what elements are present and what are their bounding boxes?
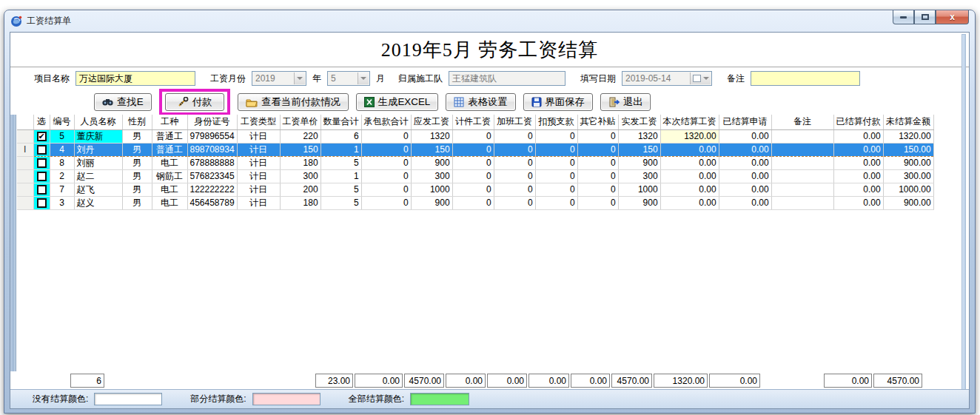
legend-full-label: 全部结算颜色: [349,393,404,405]
none-color-swatch [94,393,162,405]
grid-cell-note [771,196,833,209]
total-cell-advance: 0.00 [528,371,570,389]
total-cell-contract: 0.00 [354,371,403,389]
total-value-contract: 0.00 [355,374,403,388]
month-select[interactable]: 5 [327,71,370,86]
column-header-price[interactable]: 工资单价 [280,115,320,129]
grid-cell-overtime: 0 [494,183,535,196]
grid-cell-wtype: 计日 [237,169,280,183]
grid-cell-qty: 5 [320,183,361,196]
grid-cell-settle: 0.00 [660,169,719,183]
grid-cell-piece: 0 [452,156,494,169]
grid-cell-settle: 0.00 [660,143,719,156]
grid-cell-unsettled: 900.00 [883,156,933,169]
note-input[interactable] [751,71,860,86]
total-cell-payable: 4570.00 [403,371,445,389]
table-settings-button[interactable]: 表格设置 [446,93,515,111]
total-value-overtime: 0.00 [487,374,527,388]
total-value-settle: 1320.00 [654,374,708,388]
calendar-icon [690,72,711,84]
grid-cell-piece: 0 [452,129,494,143]
total-cell-actual: 4570.00 [611,371,653,389]
table-row[interactable]: ✔5董庆新男普通工979896554计日22060132000001320132… [17,129,933,143]
table-row[interactable]: 2赵二男钢筋工576823345计日3001030000003000.000.0… [17,169,933,183]
project-name-label: 项目名称 [34,72,70,85]
grid-cell-job: 电工 [152,183,187,196]
grid-cell-price: 150 [280,143,320,156]
total-cell-qty: 23.00 [315,371,354,389]
column-header-qty[interactable]: 数量合计 [320,115,361,129]
total-cell-job [152,371,187,389]
column-header-contract[interactable]: 承包款合计 [361,115,411,129]
table-row[interactable]: 3赵义男电工456458789计日1805090000009000.000.00… [17,196,933,209]
grid-cell-piece: 0 [452,169,494,183]
column-header-note[interactable]: 备注 [771,115,833,129]
total-cell-idno [187,371,232,389]
project-name-input[interactable]: 万达国际大厦 [75,71,195,86]
row-checkbox[interactable] [33,169,50,183]
table-row[interactable]: 7赵飞男电工122222222计日200501000000010000.000.… [17,183,933,196]
grid-cell-name: 赵义 [74,196,122,209]
close-button[interactable]: x [936,10,969,24]
month-suffix-label: 月 [376,72,385,85]
grid-cell-settle: 0.00 [660,156,719,169]
view-payment-button[interactable]: 查看当前付款情况 [238,93,349,111]
column-header-unsettled[interactable]: 未结算金额 [883,115,933,129]
grid-cell-payable: 1000 [411,183,452,196]
row-checkbox[interactable] [33,156,50,169]
column-header-idno[interactable]: 身份证号 [187,115,237,129]
maximize-button[interactable] [914,10,936,24]
exit-button[interactable]: 退出 [600,93,651,111]
save-ui-button[interactable]: 界面保存 [523,93,593,111]
column-header-wtype[interactable]: 工资类型 [237,115,280,129]
minimize-button[interactable] [893,10,914,24]
grid-cell-qty: 5 [320,196,361,209]
grid-cell-applied: 0.00 [719,156,771,169]
row-indicator [17,196,33,209]
column-header-job[interactable]: 工种 [152,115,187,129]
total-cell-wtype [232,371,275,389]
column-header-overtime[interactable]: 加班工资 [494,115,535,129]
column-header-settle[interactable]: 本次结算工资 [660,115,719,129]
grid-cell-name: 赵二 [74,169,122,183]
total-cell-price [275,371,315,389]
column-header-no[interactable]: 编号 [50,115,74,129]
column-header-subsidy[interactable]: 其它补贴 [577,115,618,129]
grid-cell-actual: 900 [618,156,660,169]
row-checkbox[interactable]: ✔ [33,143,50,156]
column-header-sex[interactable]: 性别 [122,115,152,129]
table-row[interactable]: I✔4刘丹男普通工898708934计日1501015000001500.000… [17,143,933,156]
app-icon [10,15,23,27]
pay-button[interactable]: 付款 [165,93,225,111]
grid-cell-advance: 0 [535,183,577,196]
date-picker[interactable]: 2019-05-14 [622,71,712,86]
column-header-sel[interactable]: 选 [33,115,50,129]
grid-cell-price: 200 [280,183,320,196]
table-row[interactable]: 8刘丽男电工678888888计日1805090000009000.000.00… [17,156,933,169]
column-header-piece[interactable]: 计件工资 [452,115,494,129]
column-header-paid[interactable]: 已结算付款 [833,115,883,129]
find-button[interactable]: 查找E [94,93,152,111]
row-checkbox[interactable] [33,183,50,196]
row-checkbox[interactable] [33,196,50,209]
column-header-name[interactable]: 人员名称 [74,115,122,129]
grid-cell-price: 220 [280,129,320,143]
excel-button[interactable]: 生成EXCEL [356,93,438,111]
column-header-actual[interactable]: 实发工资 [618,115,660,129]
year-select[interactable]: 2019 [252,71,306,86]
column-header-payable[interactable]: 应发工资 [411,115,452,129]
grid-cell-note [771,143,833,156]
grid-cell-payable: 300 [411,169,452,183]
grid-right-strip [961,34,966,409]
note-label: 备注 [727,72,745,85]
checkbox-checked-icon: ✔ [37,132,47,141]
titlebar[interactable]: 工资结算单 x [4,10,975,31]
column-header-advance[interactable]: 扣预支款 [535,115,577,129]
column-header-applied[interactable]: 已结算申请 [719,115,771,129]
total-cell-settle: 1320.00 [653,371,708,389]
grid-cell-subsidy: 0 [577,169,618,183]
grid-cell-sex: 男 [122,156,152,169]
team-input[interactable]: 王猛建筑队 [449,71,565,86]
total-value-actual: 4570.00 [611,374,652,388]
row-checkbox[interactable]: ✔ [33,129,50,143]
